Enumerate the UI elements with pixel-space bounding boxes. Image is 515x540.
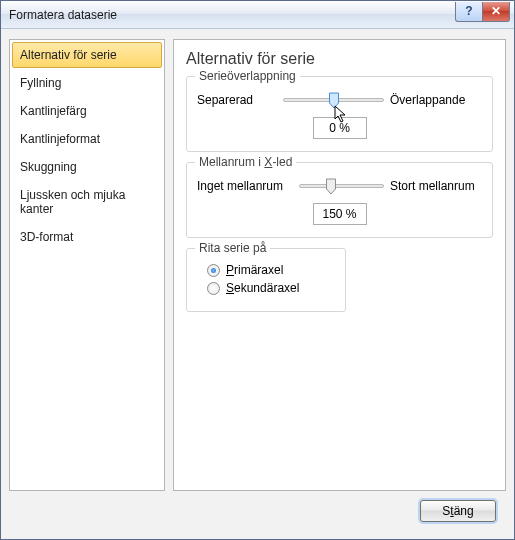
slider-left-label: Inget mellanrum xyxy=(197,179,293,193)
slider-thumb-icon[interactable] xyxy=(325,178,336,196)
group-legend: Serieöverlappning xyxy=(195,69,300,83)
gap-value-input[interactable] xyxy=(313,203,367,225)
sidebar-item-series-options[interactable]: Alternativ för serie xyxy=(12,42,162,68)
sidebar-item-3d-format[interactable]: 3D-format xyxy=(12,224,162,250)
sidebar-item-border-style[interactable]: Kantlinjeformat xyxy=(12,126,162,152)
sidebar-item-border-color[interactable]: Kantlinjefärg xyxy=(12,98,162,124)
sidebar-item-fill[interactable]: Fyllning xyxy=(12,70,162,96)
close-dialog-button[interactable]: Stäng xyxy=(420,500,496,522)
sidebar-item-label: Kantlinjefärg xyxy=(20,104,87,118)
slider-row-gap: Inget mellanrum Stort mellanrum xyxy=(197,179,482,193)
sidebar-item-label: Kantlinjeformat xyxy=(20,132,100,146)
sidebar: Alternativ för serie Fyllning Kantlinjef… xyxy=(9,39,165,491)
overlap-slider[interactable] xyxy=(283,98,384,102)
sidebar-item-label: Alternativ för serie xyxy=(20,48,117,62)
close-button[interactable]: ✕ xyxy=(482,2,510,22)
sidebar-item-shadow[interactable]: Skuggning xyxy=(12,154,162,180)
dialog-body: Alternativ för serie Fyllning Kantlinjef… xyxy=(1,29,514,539)
slider-right-label: Överlappande xyxy=(390,93,482,107)
radio-secondary-axis[interactable]: Sekundäraxel xyxy=(207,281,335,295)
radio-label: Primäraxel xyxy=(226,263,283,277)
radio-icon xyxy=(207,264,220,277)
group-overlap: Serieöverlappning Separerad Överlappande xyxy=(186,76,493,152)
group-legend: Mellanrum i X-led xyxy=(195,155,296,169)
gap-slider[interactable] xyxy=(299,184,384,188)
sidebar-item-label: Fyllning xyxy=(20,76,61,90)
titlebar[interactable]: Formatera dataserie ? ✕ xyxy=(1,1,514,29)
sidebar-item-label: Skuggning xyxy=(20,160,77,174)
slider-left-label: Separerad xyxy=(197,93,277,107)
dialog-window: Formatera dataserie ? ✕ Alternativ för s… xyxy=(0,0,515,540)
group-plot-on: Rita serie på Primäraxel Sekundäraxel xyxy=(186,248,346,312)
radio-icon xyxy=(207,282,220,295)
slider-row-overlap: Separerad Överlappande xyxy=(197,93,482,107)
group-legend: Rita serie på xyxy=(195,241,270,255)
dialog-footer: Stäng xyxy=(9,491,506,531)
columns: Alternativ för serie Fyllning Kantlinjef… xyxy=(9,39,506,491)
group-gap: Mellanrum i X-led Inget mellanrum Stort … xyxy=(186,162,493,238)
sidebar-item-label: 3D-format xyxy=(20,230,73,244)
content-heading: Alternativ för serie xyxy=(186,50,493,68)
slider-thumb-icon[interactable] xyxy=(328,92,339,110)
window-title: Formatera dataserie xyxy=(9,8,455,22)
titlebar-buttons: ? ✕ xyxy=(455,2,510,22)
slider-right-label: Stort mellanrum xyxy=(390,179,482,193)
content-panel: Alternativ för serie Serieöverlappning S… xyxy=(173,39,506,491)
sidebar-item-label: Ljussken och mjuka kanter xyxy=(20,188,125,216)
overlap-value-input[interactable] xyxy=(313,117,367,139)
help-button[interactable]: ? xyxy=(455,2,483,22)
radio-label: Sekundäraxel xyxy=(226,281,299,295)
radio-primary-axis[interactable]: Primäraxel xyxy=(207,263,335,277)
sidebar-item-glow[interactable]: Ljussken och mjuka kanter xyxy=(12,182,162,222)
